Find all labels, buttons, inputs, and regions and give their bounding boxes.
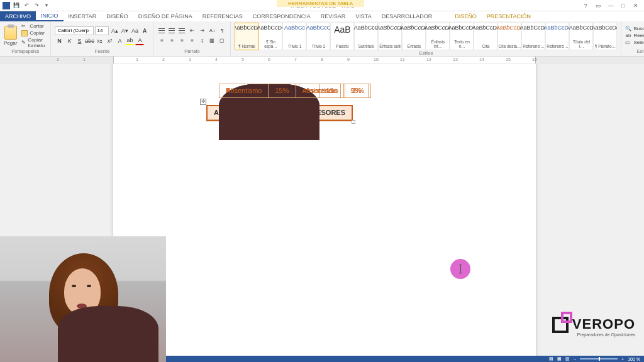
font-size-input[interactable] <box>95 26 109 35</box>
maximize-icon[interactable]: □ <box>619 3 628 9</box>
tab-revisar[interactable]: REVISAR <box>316 11 351 21</box>
editing-group-label: Edición <box>625 48 644 55</box>
increase-font-icon[interactable]: A▴ <box>110 26 119 35</box>
tab-referencias[interactable]: REFERENCIAS <box>197 11 248 21</box>
cut-button[interactable]: ✂Cortar <box>21 23 47 30</box>
italic-button[interactable]: K <box>65 36 74 45</box>
style-item[interactable]: AaBbCcCTítulo 2 <box>306 23 330 50</box>
sort-icon[interactable]: A↓ <box>208 26 216 35</box>
superscript-button[interactable]: x² <box>105 36 114 45</box>
view-web-icon[interactable]: ▥ <box>565 356 570 361</box>
table-resize-handle-icon[interactable] <box>352 120 355 124</box>
status-bar: ▤ ▦ ▥ − + 100 % <box>166 356 644 362</box>
paragraph-group-label: Párrafo <box>157 48 226 55</box>
underline-button[interactable]: S <box>75 36 84 45</box>
qat-more-icon[interactable]: ▾ <box>43 2 50 9</box>
style-item[interactable]: AaBPuesto <box>330 23 354 50</box>
select-button[interactable]: ▭Seleccionar▾ <box>625 40 644 46</box>
replace-button[interactable]: abReemplazar <box>625 33 644 39</box>
redo-icon[interactable]: ↷ <box>33 2 40 9</box>
view-readmode-icon[interactable]: ▤ <box>549 356 553 361</box>
font-color-icon[interactable]: A <box>135 36 144 45</box>
style-item[interactable]: AaBbCcDcReferenci… <box>521 23 545 50</box>
style-item[interactable]: AaBbCcDaÉnfasis int… <box>426 23 450 50</box>
zoom-slider[interactable] <box>580 358 618 359</box>
shading-icon[interactable]: ▦ <box>208 36 216 45</box>
tab-vista[interactable]: VISTA <box>350 11 376 21</box>
table-move-handle-icon[interactable]: ✥ <box>200 99 206 105</box>
tab-diseno-pagina[interactable]: DISEÑO DE PÁGINA <box>133 11 197 21</box>
close-icon[interactable]: ✕ <box>631 3 640 9</box>
find-button[interactable]: 🔍Buscar▾ <box>625 26 644 32</box>
zoom-level[interactable]: 100 % <box>628 357 640 361</box>
align-right-icon[interactable]: ≡ <box>177 36 186 45</box>
tab-inicio[interactable]: INICIO <box>36 11 64 21</box>
clear-format-icon[interactable]: A̷ <box>140 26 149 35</box>
tab-archivo[interactable]: ARCHIVO <box>0 11 36 21</box>
strike-button[interactable]: abc <box>85 36 94 45</box>
ribbon: Pegar ✂Cortar Copiar ✎Copiar formato Por… <box>0 21 644 57</box>
tab-insertar[interactable]: INSERTAR <box>64 11 102 21</box>
style-item[interactable]: AaBbCcDaÉnfasis sutil <box>378 23 402 50</box>
style-item[interactable]: AaBbCcDaÉnfasis <box>402 23 426 50</box>
highlight-icon[interactable]: ab <box>125 36 134 45</box>
minimize-icon[interactable]: — <box>606 3 615 9</box>
style-item[interactable]: AaBbCcDc¶ Normal <box>235 23 258 50</box>
style-item[interactable]: AaBbCcCSubtítulo <box>354 23 378 50</box>
decrease-font-icon[interactable]: A▾ <box>120 26 129 35</box>
style-name-label: Referenci… <box>547 45 568 49</box>
style-item[interactable]: AaBbCcDc¶ Párrafo… <box>593 23 617 50</box>
multilevel-icon[interactable] <box>177 26 186 35</box>
styles-gallery[interactable]: AaBbCcDc¶ NormalAaBbCcDc¶ Sin espa…AaBbC… <box>235 23 617 50</box>
ibeam-cursor-icon <box>460 265 461 273</box>
copy-button[interactable]: Copiar <box>21 30 47 36</box>
data-table[interactable]: ALUMNOS PROFESORES Número 342 Número 15 … <box>206 105 353 121</box>
align-left-icon[interactable]: ≡ <box>157 36 166 45</box>
group-font: A▴ A▾ Aa A̷ N K S abc x₂ x² A ab A Fu <box>51 21 153 56</box>
page[interactable]: ✥ ALUMNOS PROFESORES Número 342 Número 1… <box>113 64 536 356</box>
zoom-out-icon[interactable]: − <box>574 357 576 361</box>
horizontal-ruler[interactable]: 2112345678910111213141516 <box>0 57 644 64</box>
bullets-icon[interactable] <box>157 26 166 35</box>
table-cell[interactable]: 15% <box>269 84 296 97</box>
tab-desarrollador[interactable]: DESARROLLADOR <box>377 11 438 21</box>
line-spacing-icon[interactable]: ‡ <box>197 36 206 45</box>
borders-icon[interactable]: ▢ <box>218 36 226 45</box>
save-icon[interactable]: 💾 <box>13 2 20 9</box>
vertical-scrollbar[interactable] <box>636 64 643 356</box>
style-item[interactable]: AaBbCcDaCita <box>474 23 497 50</box>
tab-diseno[interactable]: DISEÑO <box>101 11 133 21</box>
style-item[interactable]: AaBbCcDcTexto en n… <box>450 23 474 50</box>
font-name-input[interactable] <box>55 26 94 35</box>
text-effects-icon[interactable]: A <box>115 36 124 45</box>
change-case-icon[interactable]: Aa <box>130 26 139 35</box>
increase-indent-icon[interactable]: ⇥ <box>197 26 206 35</box>
ribbon-display-icon[interactable]: ▭ <box>594 3 602 9</box>
style-item[interactable]: AaBbCcDTítulo del l… <box>569 23 593 50</box>
style-item[interactable]: AaBbCcTítulo 1 <box>282 23 306 50</box>
paste-button[interactable]: Pegar <box>4 26 17 46</box>
help-icon[interactable]: ? <box>581 3 590 9</box>
style-name-label: Título del l… <box>570 40 592 48</box>
style-item[interactable]: AaBbCcDaCita desta… <box>497 23 521 50</box>
subscript-button[interactable]: x₂ <box>95 36 104 45</box>
decrease-indent-icon[interactable]: ⇤ <box>187 26 196 35</box>
table-cell[interactable]: Absentismo <box>219 84 269 97</box>
style-item[interactable]: AaBbCcDc¶ Sin espa… <box>258 23 282 50</box>
align-center-icon[interactable]: ≡ <box>167 36 176 45</box>
justify-icon[interactable]: ≡ <box>187 36 196 45</box>
bold-button[interactable]: N <box>55 36 64 45</box>
tab-correspondencia[interactable]: CORRESPONDENCIA <box>248 11 316 21</box>
show-marks-icon[interactable]: ¶ <box>218 26 226 35</box>
style-item[interactable]: AaBbCcDcReferenci… <box>545 23 569 50</box>
numbering-icon[interactable] <box>167 26 176 35</box>
zoom-in-icon[interactable]: + <box>621 357 624 361</box>
table-cell[interactable]: 3% <box>345 84 369 97</box>
tab-ctx-presentacion[interactable]: PRESENTACIÓN <box>482 11 536 21</box>
ruler-tick: 13 <box>453 57 458 62</box>
undo-icon[interactable]: ↶ <box>23 2 30 9</box>
view-print-icon[interactable]: ▦ <box>557 356 562 361</box>
tab-ctx-diseno[interactable]: DISEÑO <box>450 11 482 21</box>
table-cell[interactable]: Absentismo <box>296 84 345 97</box>
format-painter-button[interactable]: ✎Copiar formato <box>21 37 47 48</box>
